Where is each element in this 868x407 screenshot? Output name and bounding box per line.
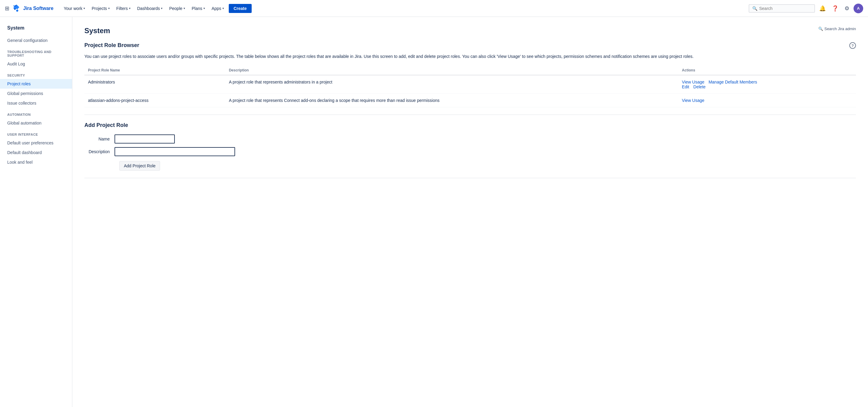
svg-text:●: ● [14, 7, 16, 10]
chevron-down-icon: ▾ [184, 7, 185, 10]
description-row: Description [84, 147, 856, 156]
add-project-role-section: Add Project Role Name Description Add Pr… [84, 115, 856, 178]
chevron-down-icon: ▾ [161, 7, 162, 10]
search-admin-link[interactable]: 🔍 Search Jira admin [818, 27, 856, 31]
sidebar-item-default-dashboard[interactable]: Default dashboard [0, 148, 72, 157]
create-button[interactable]: Create [229, 4, 252, 13]
chevron-down-icon: ▾ [222, 7, 224, 10]
role-name-administrators: Administrators [84, 75, 225, 94]
menu-projects[interactable]: Projects ▾ [89, 4, 113, 13]
sidebar-item-global-automation[interactable]: Global automation [0, 118, 72, 128]
role-name-addons: atlassian-addons-project-access [84, 94, 225, 107]
sidebar-section-troubleshooting: TROUBLESHOOTING AND SUPPORT [0, 45, 72, 59]
sidebar: System General configuration TROUBLESHOO… [0, 17, 72, 407]
page-header: System 🔍 Search Jira admin [84, 27, 856, 36]
col-actions: Actions [678, 66, 856, 75]
chevron-down-icon: ▾ [129, 7, 130, 10]
actions-administrators: View Usage Manage Default Members Edit D… [678, 75, 856, 94]
sidebar-section-user-interface: USER INTERFACE [0, 128, 72, 138]
roles-table: Project Role Name Description Actions Ad… [84, 66, 856, 107]
section-description: You can use project roles to associate u… [84, 53, 856, 60]
avatar[interactable]: A [854, 4, 863, 13]
add-section-title: Add Project Role [84, 122, 856, 128]
name-input[interactable] [115, 134, 175, 144]
chevron-down-icon: ▾ [84, 7, 85, 10]
sidebar-heading: System [0, 23, 72, 36]
add-project-role-button[interactable]: Add Project Role [119, 161, 160, 170]
view-usage-addons[interactable]: View Usage [682, 98, 704, 103]
sidebar-item-issue-collectors[interactable]: Issue collectors [0, 98, 72, 108]
topnav-right: 🔍 🔔 ❓ ⚙ A [749, 3, 863, 13]
role-desc-administrators: A project role that represents administr… [225, 75, 678, 94]
jira-logo-icon: ● [13, 4, 22, 13]
manage-default-members-administrators[interactable]: Manage Default Members [709, 80, 757, 85]
notifications-button[interactable]: 🔔 [817, 3, 828, 13]
role-desc-addons: A project role that represents Connect a… [225, 94, 678, 107]
menu-filters[interactable]: Filters ▾ [113, 4, 133, 13]
search-input[interactable] [759, 6, 811, 11]
section-title: Project Role Browser [84, 42, 139, 49]
logo[interactable]: ● Jira Software [13, 4, 53, 13]
menu-people[interactable]: People ▾ [166, 4, 188, 13]
search-icon: 🔍 [752, 6, 757, 11]
menu-dashboards[interactable]: Dashboards ▾ [134, 4, 166, 13]
logo-text: Jira Software [23, 6, 53, 11]
delete-administrators[interactable]: Delete [693, 85, 706, 89]
help-button[interactable]: ❓ [830, 3, 840, 13]
menu-plans[interactable]: Plans ▾ [189, 4, 208, 13]
chevron-down-icon: ▾ [204, 7, 205, 10]
menu-apps[interactable]: Apps ▾ [209, 4, 227, 13]
search-admin-icon: 🔍 [818, 27, 823, 31]
view-usage-administrators[interactable]: View Usage [682, 80, 704, 85]
table-row: Administrators A project role that repre… [84, 75, 856, 94]
help-icon[interactable]: ? [849, 42, 856, 49]
col-description: Description [225, 66, 678, 75]
topnav: ⊞ ● Jira Software Your work ▾ [0, 0, 868, 17]
chevron-down-icon: ▾ [108, 7, 110, 10]
settings-button[interactable]: ⚙ [843, 3, 851, 13]
actions-addons: View Usage [678, 94, 856, 107]
sidebar-item-project-roles[interactable]: Project roles [0, 79, 72, 89]
sidebar-item-look-and-feel[interactable]: Look and feel [0, 157, 72, 167]
topnav-menu: Your work ▾ Projects ▾ Filters ▾ Dashboa… [61, 4, 746, 13]
sidebar-item-global-permissions[interactable]: Global permissions [0, 89, 72, 98]
table-row: atlassian-addons-project-access A projec… [84, 94, 856, 107]
name-row: Name [84, 134, 856, 144]
description-input[interactable] [115, 147, 235, 156]
name-label: Name [84, 136, 115, 142]
sidebar-item-audit-log[interactable]: Audit Log [0, 59, 72, 69]
form-actions: Add Project Role [84, 161, 856, 178]
main-content: System 🔍 Search Jira admin Project Role … [72, 17, 868, 407]
sidebar-item-default-user-preferences[interactable]: Default user preferences [0, 138, 72, 148]
description-label: Description [84, 149, 115, 154]
page-title: System [84, 27, 110, 35]
edit-administrators[interactable]: Edit [682, 85, 689, 89]
sidebar-item-general-configuration[interactable]: General configuration [0, 36, 72, 45]
app-layout: System General configuration TROUBLESHOO… [0, 17, 868, 407]
col-project-role-name: Project Role Name [84, 66, 225, 75]
sidebar-section-automation: AUTOMATION [0, 108, 72, 118]
search-box[interactable]: 🔍 [749, 4, 815, 13]
grid-icon[interactable]: ⊞ [5, 5, 9, 12]
menu-your-work[interactable]: Your work ▾ [61, 4, 88, 13]
sidebar-section-security: SECURITY [0, 69, 72, 79]
